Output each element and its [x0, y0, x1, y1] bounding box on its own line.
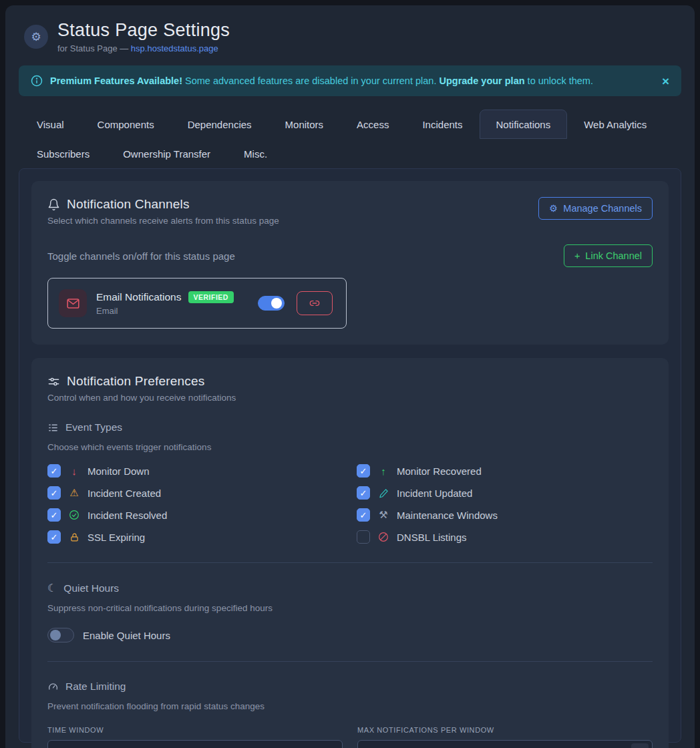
quiet-hours-header: ☾ Quiet Hours — [47, 582, 653, 594]
checkbox[interactable] — [47, 508, 61, 522]
email-channel-toggle[interactable] — [258, 296, 285, 311]
preferences-card-title: Notification Preferences — [47, 374, 653, 389]
time-window-group: TIME WINDOW 15 minutes — [47, 726, 343, 748]
max-notifications-input[interactable]: 10 — [357, 740, 653, 748]
status-page-url-link[interactable]: hsp.hostedstatus.page — [131, 43, 218, 53]
check-circle-icon — [68, 510, 80, 520]
tab-access[interactable]: Access — [340, 110, 405, 139]
notification-channels-card: Notification Channels Select which chann… — [31, 181, 669, 345]
event-label: Monitor Recovered — [397, 465, 482, 477]
page-title: Status Page Settings — [57, 20, 230, 41]
event-item-incident-updated[interactable]: Incident Updated — [357, 486, 653, 500]
checkbox[interactable] — [47, 464, 61, 478]
channels-card-subtitle: Select which channels receive alerts fro… — [47, 216, 279, 226]
event-item-monitor-down[interactable]: ↓ Monitor Down — [47, 464, 343, 478]
upgrade-plan-link[interactable]: Upgrade your plan — [439, 75, 524, 86]
link-icon — [309, 298, 320, 309]
close-icon[interactable]: × — [662, 75, 669, 87]
list-icon — [47, 422, 59, 433]
sliders-icon — [47, 375, 60, 388]
manage-channels-button[interactable]: ⚙ Manage Channels — [538, 197, 653, 220]
pencil-icon — [377, 488, 389, 498]
section-divider — [47, 661, 653, 662]
premium-banner-text: Premium Features Available! Some advance… — [50, 75, 655, 86]
subtitle-text: for Status Page — — [57, 43, 131, 53]
tab-ownership-transfer[interactable]: Ownership Transfer — [106, 139, 227, 168]
link-channel-label: Link Channel — [585, 250, 642, 261]
moon-icon: ☾ — [47, 582, 57, 594]
tools-icon: ⚒ — [377, 509, 389, 521]
quiet-hours-toggle-row: Enable Quiet Hours — [47, 628, 653, 642]
quiet-hours-subtitle: Suppress non-critical notifications duri… — [47, 603, 653, 613]
checkbox[interactable] — [357, 530, 370, 544]
preferences-title-text: Notification Preferences — [67, 374, 205, 389]
event-item-maintenance-windows[interactable]: ⚒ Maintenance Windows — [357, 508, 653, 522]
rate-limiting-title: Rate Limiting — [65, 681, 126, 693]
rate-limiting-header: Rate Limiting — [47, 681, 653, 693]
rate-limiting-form: TIME WINDOW 15 minutes MAX NOTIFICATIONS… — [47, 726, 653, 748]
gear-icon: ⚙ — [549, 203, 558, 214]
toggle-knob — [271, 298, 282, 309]
tab-components[interactable]: Components — [81, 110, 171, 139]
checkbox[interactable] — [47, 530, 61, 544]
arrow-down-icon: ↓ — [68, 465, 80, 477]
unlink-channel-button[interactable] — [297, 291, 333, 315]
event-label: SSL Expiring — [88, 532, 145, 543]
checkbox[interactable] — [357, 464, 370, 478]
preferences-card-subtitle: Control when and how you receive notific… — [47, 393, 653, 403]
info-icon — [31, 75, 43, 87]
quiet-hours-toggle-label: Enable Quiet Hours — [83, 630, 170, 641]
event-item-dnsbl-listings[interactable]: DNSBL Listings — [357, 530, 653, 544]
time-window-label: TIME WINDOW — [47, 726, 343, 734]
quiet-hours-title: Quiet Hours — [63, 582, 119, 594]
event-item-ssl-expiring[interactable]: SSL Expiring — [47, 530, 343, 544]
premium-banner: Premium Features Available! Some advance… — [19, 65, 681, 96]
event-types-title: Event Types — [65, 421, 122, 433]
checkbox[interactable] — [357, 486, 370, 500]
event-label: Incident Created — [88, 488, 161, 499]
bell-icon — [47, 198, 60, 211]
checkbox[interactable] — [47, 486, 61, 500]
tab-subscribers[interactable]: Subscribers — [20, 139, 106, 168]
lock-icon — [68, 532, 80, 542]
event-label: Incident Resolved — [88, 510, 167, 521]
notifications-tab-panel: Notification Channels Select which chann… — [19, 168, 681, 743]
event-item-incident-created[interactable]: ⚠ Incident Created — [47, 486, 343, 500]
event-item-monitor-recovered[interactable]: ↑ Monitor Recovered — [357, 464, 653, 478]
section-divider — [47, 562, 653, 563]
tab-monitors[interactable]: Monitors — [269, 110, 341, 139]
settings-tab-bar: Visual Components Dependencies Monitors … — [19, 110, 681, 168]
banner-bold-intro: Premium Features Available! — [50, 75, 182, 86]
blocked-icon — [377, 532, 389, 542]
verified-badge: VERIFIED — [188, 291, 234, 303]
tab-web-analytics[interactable]: Web Analytics — [567, 110, 663, 139]
page-header: ⚙ Status Page Settings for Status Page —… — [19, 20, 681, 53]
tab-row-1: Visual Components Dependencies Monitors … — [20, 110, 681, 139]
tab-incidents[interactable]: Incidents — [405, 110, 479, 139]
gauge-icon — [47, 681, 59, 693]
channels-title-text: Notification Channels — [67, 197, 190, 212]
time-window-select[interactable]: 15 minutes — [47, 740, 343, 748]
enable-quiet-hours-toggle[interactable] — [47, 628, 74, 642]
tab-visual[interactable]: Visual — [20, 110, 81, 139]
event-label: Maintenance Windows — [397, 510, 498, 521]
tab-notifications[interactable]: Notifications — [480, 110, 568, 139]
notification-preferences-card: Notification Preferences Control when an… — [31, 358, 669, 748]
toggle-channels-hint: Toggle channels on/off for this status p… — [47, 250, 235, 262]
event-types-grid: ↓ Monitor Down ↑ Monitor Recovered ⚠ Inc… — [47, 464, 653, 544]
max-notifications-group: MAX NOTIFICATIONS PER WINDOW 10 — [357, 726, 653, 748]
tab-misc[interactable]: Misc. — [227, 139, 284, 168]
event-item-incident-resolved[interactable]: Incident Resolved — [47, 508, 343, 522]
tab-dependencies[interactable]: Dependencies — [171, 110, 269, 139]
max-notifications-label: MAX NOTIFICATIONS PER WINDOW — [357, 726, 653, 734]
link-channel-button[interactable]: + Link Channel — [564, 244, 653, 267]
rate-limiting-subtitle: Prevent notification flooding from rapid… — [47, 701, 653, 711]
banner-mid-text: Some advanced features are disabled in y… — [182, 75, 439, 86]
event-types-header: Event Types — [47, 421, 653, 433]
checkbox[interactable] — [357, 508, 370, 522]
toggle-knob — [50, 630, 61, 640]
arrow-up-icon: ↑ — [377, 465, 389, 477]
banner-end-text: to unlock them. — [525, 75, 593, 86]
number-stepper[interactable] — [631, 743, 649, 748]
status-page-settings-window: ⚙ Status Page Settings for Status Page —… — [5, 5, 695, 748]
